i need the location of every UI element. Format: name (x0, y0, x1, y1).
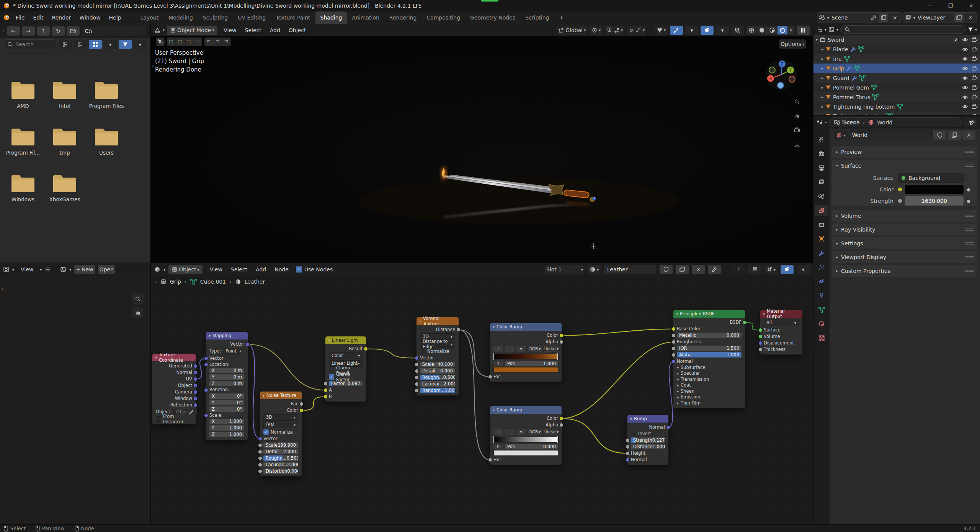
node-ramp1[interactable]: ▾Color RampColorAlpha+−▾RGB ▾Linear ▾1Po… (490, 323, 562, 382)
collapsed-section-thin-film[interactable]: ▸Thin Film (673, 400, 745, 406)
workspace-tab-geometry-nodes[interactable]: Geometry Nodes (465, 11, 520, 24)
material-fake-user-button[interactable] (660, 265, 673, 274)
ramp-button[interactable]: + (493, 429, 503, 435)
properties-tab-particles[interactable] (815, 261, 828, 273)
display-vertical-list-button[interactable] (59, 40, 72, 49)
socket[interactable] (415, 382, 419, 386)
mode-dropdown[interactable]: Object Mode▾ (167, 26, 217, 35)
properties-tab-object[interactable] (815, 233, 828, 245)
pin-icon[interactable] (969, 119, 975, 126)
breadcrumb-toggle-icon[interactable]: › (155, 279, 157, 284)
slot-dropdown[interactable]: Slot 1▾ (545, 265, 585, 274)
pin-icon[interactable] (871, 15, 877, 21)
workspace-tab-rendering[interactable]: Rendering (384, 11, 422, 24)
properties-tab-output[interactable] (815, 162, 828, 174)
folder-item[interactable]: Program Fil... (3, 127, 43, 156)
outliner-filter-icon[interactable] (968, 27, 973, 32)
maximize-button[interactable]: ❐ (942, 0, 959, 11)
color-ramp-gradient[interactable] (493, 437, 558, 442)
scene-unlink-button[interactable]: × (890, 13, 900, 22)
folder-item[interactable]: Program Files (87, 80, 126, 109)
socket[interactable] (245, 342, 250, 346)
editor-type-icon[interactable] (154, 27, 160, 33)
node-dropdown[interactable]: All▾ (764, 320, 799, 326)
menu-edit[interactable]: Edit (29, 13, 47, 23)
ramp-stop-index[interactable]: 0 (493, 444, 503, 449)
workspace-tab-layout[interactable]: Layout (136, 11, 164, 24)
socket[interactable] (559, 340, 564, 344)
ortho-toggle-button[interactable] (792, 140, 802, 150)
node-dropdown[interactable]: Distance to Edge▾ (420, 341, 455, 348)
select-box-4[interactable]: ⬚ (193, 38, 202, 46)
image-open-button[interactable]: Open (98, 265, 115, 274)
breadcrumb-world[interactable]: World (877, 119, 892, 126)
node-output[interactable]: ▾Material OutputAll▾SurfaceVolumeDisplac… (760, 310, 803, 355)
viewport-canvas[interactable]: ⬚⬚⬚⬚ ⊞⊟⊡ › Options▾ User Perspective (21… (151, 36, 813, 263)
image-new-button[interactable]: + New (74, 265, 95, 274)
socket[interactable] (258, 456, 262, 460)
pan-button[interactable] (792, 111, 802, 121)
node-header[interactable]: ▾Linear Light (325, 336, 366, 344)
collapsed-section-subsurface[interactable]: ▸Subsurface (673, 364, 745, 370)
folder-item[interactable]: tmp (45, 127, 85, 156)
node-snap-dropdown[interactable]: ▾ (764, 265, 777, 274)
menu-render[interactable]: Render (48, 13, 75, 23)
overlays-toggle[interactable] (701, 26, 714, 35)
socket[interactable] (193, 390, 198, 394)
viewport-menu-select[interactable]: Select (241, 25, 266, 35)
socket[interactable] (193, 383, 198, 388)
gizmos-dropdown[interactable]: ▾ (685, 26, 698, 35)
socket[interactable] (415, 388, 419, 393)
node-overlays-dropdown[interactable]: ▾ (797, 265, 810, 274)
workspace-tab-texture-paint[interactable]: Texture Paint (271, 11, 315, 24)
outliner-row-fire[interactable]: ▸fire (813, 54, 980, 64)
socket[interactable] (323, 395, 328, 399)
refresh-button[interactable]: ↻ (52, 26, 65, 36)
up-button[interactable]: ↑ (37, 26, 50, 36)
node-checkbox[interactable] (420, 349, 425, 354)
socket[interactable] (415, 375, 419, 380)
properties-tab-world[interactable] (815, 205, 828, 216)
display-horizontal-list-button[interactable] (74, 40, 87, 49)
shading-rendered-button[interactable] (777, 26, 787, 34)
outliner-row-tightening-ring-top[interactable]: ▸Tightening ring top (813, 111, 980, 116)
active-tool-button[interactable] (156, 38, 165, 46)
panel-grip[interactable] (964, 164, 973, 167)
shader-menu-select[interactable]: Select (227, 264, 252, 274)
workspace-tab-modeling[interactable]: Modeling (163, 11, 198, 24)
unlink-datablock-button[interactable]: × (962, 131, 975, 140)
minimize-button[interactable]: ─ (921, 0, 939, 11)
node-bump[interactable]: ▾BumpNormalInvertStrength0.127Distance1.… (627, 415, 669, 465)
node-value-scale[interactable]: Scale40.100 (420, 362, 455, 367)
xray-toggle[interactable] (731, 26, 744, 35)
socket[interactable] (193, 377, 198, 381)
socket[interactable] (671, 327, 676, 331)
editor-type-icon[interactable] (817, 119, 823, 125)
socket[interactable] (758, 335, 763, 339)
node-value-z[interactable]: Z0 m (209, 381, 244, 386)
properties-tab-physics[interactable] (815, 276, 828, 287)
workspace-tab-sculpting[interactable]: Sculpting (198, 11, 233, 24)
ramp-button[interactable]: ▾ (516, 346, 526, 352)
pan-tool-button[interactable] (132, 307, 144, 318)
collapsed-section-transmission[interactable]: ▸Transmission (673, 376, 745, 382)
strength-slider[interactable]: 1630.000 (905, 196, 964, 206)
outliner-row-tightening-ring-bottom[interactable]: ▸Tightening ring bottom (813, 102, 980, 111)
editor-type-icon[interactable] (817, 26, 823, 33)
outliner-row-blade[interactable]: ▸Blade (813, 44, 980, 54)
ramp-stop-position[interactable]: Pos1.000 (505, 361, 558, 366)
node-value-x[interactable]: X0 m (209, 368, 244, 373)
socket[interactable] (671, 359, 676, 364)
node-value-factor[interactable]: Factor0.087 (329, 381, 363, 386)
socket[interactable] (258, 463, 262, 467)
world-name-field[interactable]: World (849, 130, 932, 140)
socket[interactable] (758, 348, 763, 352)
collapsed-section-specular[interactable]: ▸Specular (673, 370, 745, 377)
panel-header[interactable]: ▸Ray Visibility (832, 224, 977, 235)
node-value-y[interactable]: Y1.000 (209, 425, 244, 431)
viewlayer-remove-button[interactable]: × (966, 13, 975, 22)
node-overlays-toggle[interactable] (781, 265, 794, 274)
node-value-lacunar[interactable]: Lacunar...2.000 (420, 381, 455, 387)
node-header[interactable]: ▾Material Output (760, 310, 802, 318)
copy-datablock-button[interactable] (948, 131, 961, 140)
